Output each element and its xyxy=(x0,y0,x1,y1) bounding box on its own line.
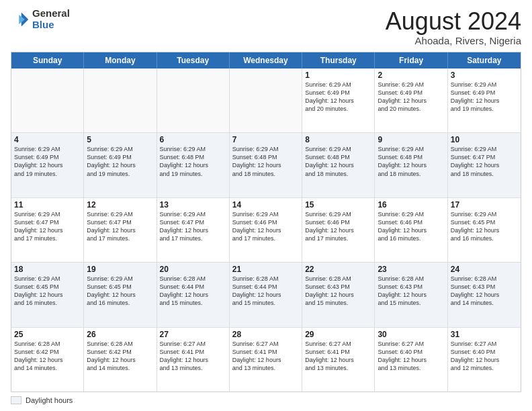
calendar-week-5: 25Sunrise: 6:28 AM Sunset: 6:42 PM Dayli… xyxy=(11,327,521,392)
cal-cell-7: 7Sunrise: 6:29 AM Sunset: 6:48 PM Daylig… xyxy=(230,133,302,197)
day-info: Sunrise: 6:29 AM Sunset: 6:47 PM Dayligh… xyxy=(160,210,226,243)
cal-cell-19: 19Sunrise: 6:29 AM Sunset: 6:45 PM Dayli… xyxy=(84,263,157,326)
title-block: August 2024 Ahoada, Rivers, Nigeria xyxy=(386,8,521,46)
day-info: Sunrise: 6:29 AM Sunset: 6:49 PM Dayligh… xyxy=(451,81,518,113)
logo-blue: Blue xyxy=(32,19,70,31)
day-info: Sunrise: 6:29 AM Sunset: 6:47 PM Dayligh… xyxy=(451,145,518,178)
day-number: 21 xyxy=(232,265,299,274)
day-number: 23 xyxy=(378,265,444,274)
day-number: 22 xyxy=(305,265,371,274)
day-info: Sunrise: 6:27 AM Sunset: 6:41 PM Dayligh… xyxy=(232,340,299,373)
cal-cell-2: 2Sunrise: 6:29 AM Sunset: 6:49 PM Daylig… xyxy=(375,68,447,132)
day-info: Sunrise: 6:27 AM Sunset: 6:40 PM Dayligh… xyxy=(451,340,518,373)
day-info: Sunrise: 6:28 AM Sunset: 6:43 PM Dayligh… xyxy=(451,275,518,308)
header-day-sunday: Sunday xyxy=(11,52,84,68)
header-day-saturday: Saturday xyxy=(448,52,521,68)
cal-cell-5: 5Sunrise: 6:29 AM Sunset: 6:49 PM Daylig… xyxy=(84,133,157,197)
day-info: Sunrise: 6:29 AM Sunset: 6:45 PM Dayligh… xyxy=(451,210,518,243)
day-info: Sunrise: 6:29 AM Sunset: 6:47 PM Dayligh… xyxy=(87,210,153,243)
day-number: 14 xyxy=(232,200,299,210)
day-number: 19 xyxy=(87,265,153,274)
header-day-monday: Monday xyxy=(84,52,157,68)
title-location: Ahoada, Rivers, Nigeria xyxy=(386,35,521,46)
day-info: Sunrise: 6:28 AM Sunset: 6:42 PM Dayligh… xyxy=(87,340,153,373)
day-number: 15 xyxy=(305,200,371,210)
calendar-week-1: 1Sunrise: 6:29 AM Sunset: 6:49 PM Daylig… xyxy=(11,68,521,132)
calendar-header: SundayMondayTuesdayWednesdayThursdayFrid… xyxy=(11,52,521,68)
day-number: 8 xyxy=(305,135,371,144)
day-info: Sunrise: 6:29 AM Sunset: 6:45 PM Dayligh… xyxy=(87,275,153,308)
cal-cell-21: 21Sunrise: 6:28 AM Sunset: 6:44 PM Dayli… xyxy=(230,263,302,326)
cal-cell-empty-3 xyxy=(230,68,302,132)
day-info: Sunrise: 6:29 AM Sunset: 6:49 PM Dayligh… xyxy=(14,145,81,178)
day-number: 6 xyxy=(160,135,226,144)
header-day-friday: Friday xyxy=(375,52,447,68)
day-info: Sunrise: 6:27 AM Sunset: 6:40 PM Dayligh… xyxy=(378,340,444,373)
calendar-week-3: 11Sunrise: 6:29 AM Sunset: 6:47 PM Dayli… xyxy=(11,197,521,262)
day-number: 12 xyxy=(87,200,153,210)
day-number: 24 xyxy=(451,265,518,274)
calendar-week-4: 18Sunrise: 6:29 AM Sunset: 6:45 PM Dayli… xyxy=(11,262,521,326)
day-number: 29 xyxy=(305,330,371,339)
day-info: Sunrise: 6:29 AM Sunset: 6:48 PM Dayligh… xyxy=(160,145,226,178)
day-number: 7 xyxy=(232,135,299,144)
cal-cell-27: 27Sunrise: 6:27 AM Sunset: 6:41 PM Dayli… xyxy=(157,328,230,392)
day-number: 20 xyxy=(160,265,226,274)
cal-cell-14: 14Sunrise: 6:29 AM Sunset: 6:46 PM Dayli… xyxy=(230,198,302,262)
day-info: Sunrise: 6:28 AM Sunset: 6:42 PM Dayligh… xyxy=(14,340,81,373)
cal-cell-30: 30Sunrise: 6:27 AM Sunset: 6:40 PM Dayli… xyxy=(375,328,447,392)
cal-cell-1: 1Sunrise: 6:29 AM Sunset: 6:49 PM Daylig… xyxy=(302,68,375,132)
cal-cell-empty-0 xyxy=(11,68,84,132)
day-number: 30 xyxy=(378,330,444,339)
day-info: Sunrise: 6:29 AM Sunset: 6:49 PM Dayligh… xyxy=(87,145,153,178)
cal-cell-11: 11Sunrise: 6:29 AM Sunset: 6:47 PM Dayli… xyxy=(11,198,84,262)
day-info: Sunrise: 6:29 AM Sunset: 6:46 PM Dayligh… xyxy=(232,210,299,243)
cal-cell-25: 25Sunrise: 6:28 AM Sunset: 6:42 PM Dayli… xyxy=(11,328,84,392)
day-info: Sunrise: 6:29 AM Sunset: 6:46 PM Dayligh… xyxy=(378,210,444,243)
cal-cell-4: 4Sunrise: 6:29 AM Sunset: 6:49 PM Daylig… xyxy=(11,133,84,197)
day-info: Sunrise: 6:29 AM Sunset: 6:47 PM Dayligh… xyxy=(14,210,81,243)
day-info: Sunrise: 6:28 AM Sunset: 6:44 PM Dayligh… xyxy=(232,275,299,308)
cal-cell-13: 13Sunrise: 6:29 AM Sunset: 6:47 PM Dayli… xyxy=(157,198,230,262)
header-day-tuesday: Tuesday xyxy=(157,52,230,68)
legend-label: Daylight hours xyxy=(26,396,73,404)
day-number: 28 xyxy=(232,330,299,339)
logo: General Blue xyxy=(11,8,70,30)
cal-cell-20: 20Sunrise: 6:28 AM Sunset: 6:44 PM Dayli… xyxy=(157,263,230,326)
cal-cell-15: 15Sunrise: 6:29 AM Sunset: 6:46 PM Dayli… xyxy=(302,198,375,262)
day-info: Sunrise: 6:29 AM Sunset: 6:48 PM Dayligh… xyxy=(232,145,299,178)
day-info: Sunrise: 6:29 AM Sunset: 6:48 PM Dayligh… xyxy=(305,145,371,178)
day-info: Sunrise: 6:28 AM Sunset: 6:44 PM Dayligh… xyxy=(160,275,226,308)
cal-cell-empty-2 xyxy=(157,68,230,132)
day-number: 26 xyxy=(87,330,153,339)
day-info: Sunrise: 6:29 AM Sunset: 6:45 PM Dayligh… xyxy=(14,275,81,308)
header-day-thursday: Thursday xyxy=(302,52,375,68)
day-number: 10 xyxy=(451,135,518,144)
day-number: 9 xyxy=(378,135,444,144)
legend: Daylight hours xyxy=(11,396,521,404)
calendar: SundayMondayTuesdayWednesdayThursdayFrid… xyxy=(11,52,521,392)
cal-cell-12: 12Sunrise: 6:29 AM Sunset: 6:47 PM Dayli… xyxy=(84,198,157,262)
cal-cell-22: 22Sunrise: 6:28 AM Sunset: 6:43 PM Dayli… xyxy=(302,263,375,326)
day-number: 4 xyxy=(14,135,81,144)
day-info: Sunrise: 6:29 AM Sunset: 6:49 PM Dayligh… xyxy=(378,81,444,113)
cal-cell-8: 8Sunrise: 6:29 AM Sunset: 6:48 PM Daylig… xyxy=(302,133,375,197)
cal-cell-16: 16Sunrise: 6:29 AM Sunset: 6:46 PM Dayli… xyxy=(375,198,447,262)
day-info: Sunrise: 6:27 AM Sunset: 6:41 PM Dayligh… xyxy=(305,340,371,373)
cal-cell-18: 18Sunrise: 6:29 AM Sunset: 6:45 PM Dayli… xyxy=(11,263,84,326)
day-number: 17 xyxy=(451,200,518,210)
page: General Blue August 2024 Ahoada, Rivers,… xyxy=(0,0,532,411)
day-number: 31 xyxy=(451,330,518,339)
day-number: 13 xyxy=(160,200,226,210)
day-number: 3 xyxy=(451,71,518,80)
cal-cell-3: 3Sunrise: 6:29 AM Sunset: 6:49 PM Daylig… xyxy=(448,68,521,132)
calendar-body: 1Sunrise: 6:29 AM Sunset: 6:49 PM Daylig… xyxy=(11,68,521,392)
header: General Blue August 2024 Ahoada, Rivers,… xyxy=(11,8,521,46)
day-info: Sunrise: 6:28 AM Sunset: 6:43 PM Dayligh… xyxy=(378,275,444,308)
cal-cell-10: 10Sunrise: 6:29 AM Sunset: 6:47 PM Dayli… xyxy=(448,133,521,197)
day-number: 16 xyxy=(378,200,444,210)
day-info: Sunrise: 6:29 AM Sunset: 6:46 PM Dayligh… xyxy=(305,210,371,243)
title-month: August 2024 xyxy=(386,8,521,35)
calendar-week-2: 4Sunrise: 6:29 AM Sunset: 6:49 PM Daylig… xyxy=(11,132,521,197)
day-number: 25 xyxy=(14,330,81,339)
